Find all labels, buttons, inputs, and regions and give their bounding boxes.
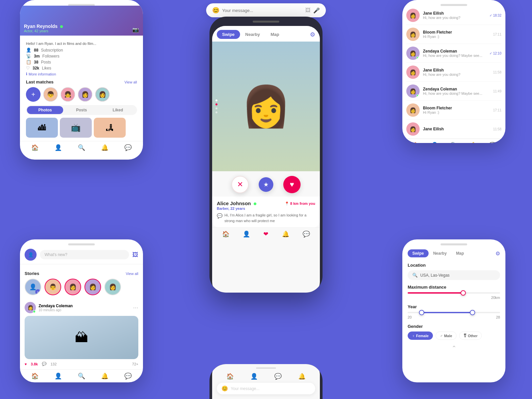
mic-icon[interactable]: 🎤 (313, 7, 320, 14)
chat-item[interactable]: 👩 Bloom Fletcher Hi Ryan :) 17:11 (406, 101, 501, 120)
person-nav-icon[interactable]: 👤 (55, 144, 62, 151)
filter-icon[interactable]: ⚙ (310, 31, 315, 38)
filter-tabs: Swipe Nearby Map ⚙ (408, 249, 500, 257)
year-slider[interactable]: 20 28 (408, 312, 500, 319)
image-icon[interactable]: 🖼 (305, 7, 311, 13)
tab-photos[interactable]: Photos (27, 106, 63, 114)
tab-nearby-filter[interactable]: Nearby (429, 249, 452, 257)
chat-info-zendaya2: Zendaya Coleman Hi, how are you doing? M… (423, 87, 490, 95)
post-menu-icon[interactable]: ⋯ (133, 305, 138, 311)
match-avatar-1[interactable]: 👦 (43, 87, 58, 102)
photo-2[interactable]: 📺 (60, 118, 92, 138)
chat-icon[interactable]: 💬 (124, 144, 132, 151)
story-4[interactable]: 👩 (104, 279, 121, 295)
chat-item[interactable]: 👩 Bloom Fletcher Hi Ryan :) 17:11 (406, 25, 501, 44)
distance-badge: 📍 8 km from you (285, 201, 315, 206)
gender-other[interactable]: ⚧ Other (459, 332, 482, 340)
star-button[interactable]: ★ (259, 177, 273, 192)
bottom-nav-partial: 🏠 👤 💬 🔔 (217, 371, 315, 381)
home-icon[interactable]: 🏠 (31, 372, 39, 380)
home-icon[interactable]: 🏠 (412, 142, 419, 143)
bottom-message-bar[interactable]: 😊 Your message... (217, 383, 315, 394)
match-avatar-2[interactable]: 👧 (61, 87, 75, 102)
year-thumb-max[interactable] (470, 310, 475, 315)
message-input[interactable] (222, 8, 303, 13)
story-1[interactable]: 👨 (45, 279, 61, 295)
filter-settings-icon[interactable]: ⚙ (495, 250, 500, 257)
tab-liked[interactable]: Liked (100, 106, 136, 114)
view-all-matches[interactable]: View all (124, 80, 137, 84)
chat-time: ✓ 12:10 (489, 52, 501, 55)
dislike-button[interactable]: ✕ (231, 176, 249, 193)
followers-label: Followers (42, 54, 59, 59)
swipe-dots (215, 99, 217, 113)
story-3[interactable]: 👩 (84, 279, 101, 295)
tab-map[interactable]: Map (265, 30, 285, 39)
slider-thumb[interactable] (461, 290, 466, 296)
chat-item[interactable]: 👩 Jane Eilish Hi, how are you doing? ✓ 1… (406, 6, 501, 25)
search-icon[interactable]: 🔍 (78, 144, 85, 151)
chat-message: Hi, how are you doing? Maybe see... (423, 54, 486, 58)
chat-avatar-zendaya1: 👩 (406, 47, 420, 60)
gender-female[interactable]: ♀ Female (408, 332, 433, 340)
bell-icon[interactable]: 🔔 (469, 142, 477, 143)
message-input-bar[interactable]: 😊 🖼 🎤 (206, 3, 326, 17)
chat-item[interactable]: 👩 Zendaya Coleman Hi, how are you doing?… (406, 82, 501, 101)
chevron-up-icon[interactable]: ⌃ (452, 345, 457, 351)
location-input[interactable]: 🔍 USA, Las-Vegas (408, 270, 500, 280)
distance-slider[interactable]: 20km (408, 292, 500, 300)
tab-swipe[interactable]: Swipe (217, 30, 240, 39)
more-info-link[interactable]: ℹ More information (26, 72, 137, 76)
home-icon[interactable]: 🏠 (226, 373, 234, 380)
swipe-active-icon[interactable]: ❤ (263, 230, 268, 238)
person-icon[interactable]: 👤 (55, 372, 62, 380)
person-icon[interactable]: 👤 (431, 142, 438, 143)
feed-input-placeholder[interactable]: What's new? (40, 250, 129, 259)
match-avatar-3[interactable]: 👩 (78, 87, 92, 102)
chat-item[interactable]: 👩 Jane Eilish Hi, how are you doing? 11:… (406, 63, 501, 82)
year-min: 20 (408, 315, 412, 319)
chat-item[interactable]: 👩 Jane Eilish 11:58 (406, 120, 501, 139)
post-header: 👩 Zendaya Coleman 10 minutes ago ⋯ (25, 302, 138, 313)
like-button[interactable]: ♥ (283, 176, 301, 193)
chat-icon[interactable]: 💬 (303, 230, 310, 238)
tab-nearby[interactable]: Nearby (240, 30, 265, 39)
tab-posts[interactable]: Posts (63, 106, 99, 114)
search-icon[interactable]: 🔍 (450, 142, 458, 143)
chat-phone: 👩 Jane Eilish Hi, how are you doing? ✓ 1… (402, 0, 505, 143)
year-thumb-min[interactable] (419, 310, 424, 315)
bell-icon[interactable]: 🔔 (101, 372, 108, 380)
year-filter: Year 20 28 (408, 304, 500, 319)
tab-swipe-filter[interactable]: Swipe (408, 249, 429, 257)
search-icon[interactable]: 🔍 (78, 372, 85, 380)
filter-phone: Swipe Nearby Map ⚙ Location 🔍 USA, Las-V… (402, 239, 505, 382)
location-filter: Location 🔍 USA, Las-Vegas (408, 263, 500, 280)
story-2[interactable]: 👩 (65, 279, 81, 295)
person-icon[interactable]: 👤 (250, 373, 258, 380)
swipe-card[interactable]: 👩 (212, 42, 320, 171)
home-icon[interactable]: 🏠 (31, 144, 39, 151)
feed-image-icon[interactable]: 🖼 (132, 251, 138, 258)
chat-icon[interactable]: 💬 (124, 372, 132, 380)
bell-icon[interactable]: 🔔 (282, 230, 289, 238)
comment-icon[interactable]: 💬 (42, 362, 47, 366)
chat-item[interactable]: 👩 Zendaya Coleman Hi, how are you doing?… (406, 44, 501, 63)
views-count: 72+ (132, 362, 138, 366)
chat-avatar-bloom1: 👩 (406, 28, 420, 41)
gender-male[interactable]: ♂ Male (436, 332, 457, 340)
match-avatar-4[interactable]: 👩 (95, 87, 110, 102)
home-icon[interactable]: 🏠 (222, 230, 229, 238)
add-match-button[interactable]: + (26, 87, 41, 102)
photo-3[interactable]: 🏞 (94, 118, 126, 138)
view-all-stories[interactable]: View all (126, 272, 138, 276)
like-icon[interactable]: ♥ (25, 362, 27, 366)
story-add-button[interactable]: 👤 + (25, 279, 41, 295)
bell-icon[interactable]: 🔔 (298, 373, 306, 380)
photo-1[interactable]: 🏙 (26, 118, 58, 138)
person-icon[interactable]: 👤 (243, 230, 250, 238)
chat-active-icon[interactable]: 💬 (489, 142, 496, 143)
bell-icon[interactable]: 🔔 (101, 144, 108, 151)
camera-icon[interactable]: 📷 (132, 27, 139, 33)
message-icon[interactable]: 💬 (274, 373, 282, 380)
tab-map-filter[interactable]: Map (451, 249, 468, 257)
